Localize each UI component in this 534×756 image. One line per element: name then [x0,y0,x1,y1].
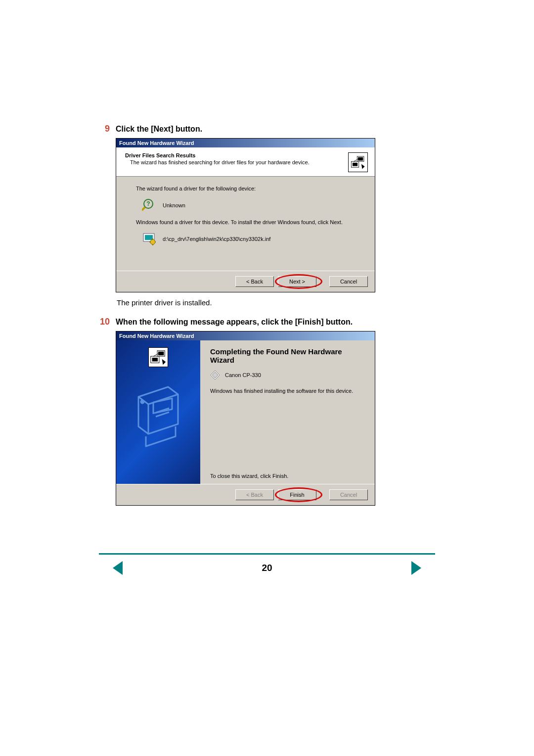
close-instruction-text: To close this wizard, click Finish. [210,473,288,479]
back-button: < Back [235,489,274,500]
unknown-device-icon: ? [142,198,156,212]
next-button[interactable]: Next > [278,276,316,287]
footer-divider [99,553,435,555]
svg-rect-3 [358,157,363,161]
page-footer: 20 [0,559,534,577]
wizard-completing: Found New Hardware Wizard [116,331,375,506]
device-row: ? Unknown [142,198,360,212]
wizard-search-results: Found New Hardware Wizard Driver Files S… [116,138,375,292]
finished-text: Windows has finished installing the soft… [210,388,366,394]
finish-button[interactable]: Finish [278,489,316,500]
back-button[interactable]: < Back [235,276,274,287]
device-name: Unknown [163,202,185,208]
hardware-icon [148,347,168,367]
wizard-header-subtitle: The wizard has finished searching for dr… [130,159,310,165]
prev-page-button[interactable] [109,559,127,577]
step-10: 10 When the following message appears, c… [99,317,435,506]
svg-rect-16 [158,352,164,356]
driver-path-text: d:\cp_drv\7english\win2k\cp330\cny3302k.… [163,236,270,242]
found-driver-text: The wizard found a driver for the follow… [136,186,360,191]
svg-text:?: ? [146,200,150,207]
wizard-titlebar: Found New Hardware Wizard [116,139,375,147]
svg-point-8 [150,239,155,244]
wizard-titlebar: Found New Hardware Wizard [116,331,375,340]
wizard-header-title: Driver Files Search Results [125,152,310,158]
svg-rect-7 [145,235,153,240]
device-name: Canon CP-330 [225,372,261,378]
wizard-header: Driver Files Search Results The wizard h… [116,147,375,177]
hardware-icon [348,152,368,172]
step-9: 9 Click the [Next] button. Found New Har… [99,124,435,307]
svg-rect-14 [152,358,158,362]
wizard-complete-heading: Completing the Found New Hardware Wizard [210,347,366,364]
step-number: 10 [99,317,116,327]
step-title: Click the [Next] button. [116,125,202,134]
svg-rect-1 [353,163,357,166]
wizard-main-panel: Completing the Found New Hardware Wizard… [200,340,375,484]
driver-file-icon [142,232,156,246]
driver-path-row: d:\cp_drv\7english\win2k\cp330\cny3302k.… [142,232,360,246]
printer-art-icon [129,377,188,451]
step-number: 9 [99,124,116,134]
device-line: Canon CP-330 [210,370,366,380]
step-title: When the following message appears, clic… [116,318,353,327]
cancel-button: Cancel [329,489,368,500]
wizard-button-row: < Back Next > Cancel [116,271,375,292]
page-number: 20 [262,563,272,573]
wizard-button-row: < Back Finish Cancel [116,484,375,505]
install-instruction-text: Windows found a driver for this device. … [136,219,360,225]
svg-point-18 [141,400,144,403]
step-9-caption: The printer driver is installed. [117,298,435,307]
next-page-button[interactable] [407,559,425,577]
wizard-sidebar [116,340,200,484]
wizard-content: The wizard found a driver for the follow… [116,177,375,271]
printer-device-icon [210,370,220,380]
cancel-button[interactable]: Cancel [329,276,368,287]
